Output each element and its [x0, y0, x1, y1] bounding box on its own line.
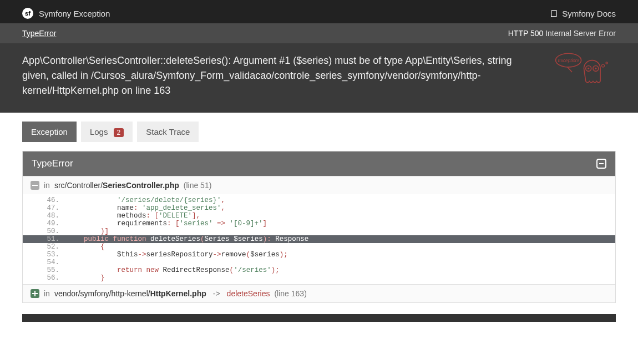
code-line: 50. )] — [23, 228, 615, 235]
docs-link-label: Symfony Docs — [562, 9, 616, 18]
logs-count-badge: 2 — [114, 128, 124, 137]
collapse-icon[interactable] — [596, 159, 606, 169]
code-line: 54. — [23, 259, 615, 266]
tabs-row: Exception Logs 2 Stack Trace — [0, 113, 638, 151]
header-left: sf Symfony Exception — [22, 8, 110, 19]
panel-header[interactable]: TypeError — [23, 151, 615, 176]
tab-logs[interactable]: Logs 2 — [81, 122, 133, 142]
code-line: 53. $this->seriesRepository->remove($ser… — [23, 251, 615, 259]
trace-panel: TypeError in src/Controller/SeriesContro… — [22, 151, 616, 303]
code-line: 49. requirements: ['series' => '[0-9]+'] — [23, 220, 615, 228]
svg-point-4 — [588, 68, 589, 69]
status-bar: TypeError HTTP 500 Internal Server Error — [0, 23, 638, 43]
next-frame-strip — [22, 314, 616, 322]
svg-text:Exception!: Exception! — [558, 58, 579, 63]
frame-in-label: in — [44, 289, 50, 298]
code-line: 55. return new RedirectResponse('/series… — [23, 266, 615, 274]
plus-icon[interactable] — [31, 289, 39, 298]
error-type-link[interactable]: TypeError — [22, 29, 56, 38]
http-status: HTTP 500 Internal Server Error — [508, 29, 616, 38]
docs-link[interactable]: Symfony Docs — [550, 9, 616, 18]
code-line: 46. '/series/delete/{series}', — [23, 196, 615, 204]
code-block: 46. '/series/delete/{series}', 47. name:… — [23, 194, 615, 284]
frame-2-head[interactable]: in vendor/symfony/http-kernel/HttpKernel… — [23, 285, 615, 302]
code-line: 47. name: 'app_delete_series', — [23, 204, 615, 212]
stack-frame-2: in vendor/symfony/http-kernel/HttpKernel… — [23, 284, 615, 302]
header-bar: sf Symfony Exception Symfony Docs — [0, 3, 638, 23]
frame-1-path: src/Controller/ — [54, 181, 103, 190]
symfony-logo-icon: sf — [22, 8, 33, 19]
frame-1-head[interactable]: in src/Controller/SeriesController.php (… — [23, 176, 615, 194]
frame-2-line: (line 163) — [274, 289, 306, 298]
ghost-icon: Exception! — [552, 50, 616, 92]
frame-2-file: HttpKernel.php — [150, 289, 206, 298]
arrow-label: -> — [213, 289, 220, 298]
code-line: 48. methods: ['DELETE'], — [23, 212, 615, 220]
exception-message: App\Controller\SeriesController::deleteS… — [22, 53, 541, 98]
frame-2-func: deleteSeries — [227, 289, 270, 298]
book-icon — [550, 9, 559, 17]
panel-title: TypeError — [32, 158, 73, 169]
tab-exception[interactable]: Exception — [22, 122, 77, 142]
code-line: 56. } — [23, 274, 615, 282]
http-code: HTTP 500 — [508, 29, 544, 38]
stack-frame-1: in src/Controller/SeriesController.php (… — [23, 176, 615, 284]
frame-in-label: in — [44, 181, 50, 190]
code-line-highlighted: 51. public function deleteSeries(Series … — [23, 235, 615, 243]
frame-1-file: SeriesController.php — [103, 181, 179, 190]
tab-stack-trace[interactable]: Stack Trace — [137, 122, 199, 142]
frame-2-path: vendor/symfony/http-kernel/ — [54, 289, 150, 298]
frame-1-line: (line 51) — [184, 181, 212, 190]
svg-point-6 — [602, 64, 605, 67]
minus-icon[interactable] — [31, 181, 39, 190]
svg-point-5 — [595, 68, 596, 69]
tab-logs-label: Logs — [90, 127, 108, 136]
http-text: Internal Server Error — [545, 29, 616, 38]
code-line: 52. { — [23, 243, 615, 251]
page-title: Symfony Exception — [39, 9, 110, 18]
message-block: App\Controller\SeriesController::deleteS… — [0, 43, 638, 113]
svg-point-7 — [606, 62, 607, 64]
